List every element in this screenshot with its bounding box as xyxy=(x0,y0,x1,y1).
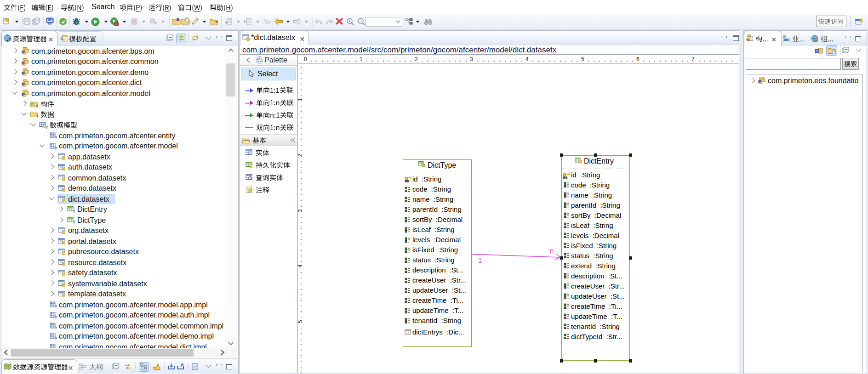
svg-text:?: ? xyxy=(73,220,75,224)
svg-text:?: ? xyxy=(55,146,57,150)
svg-text:?: ? xyxy=(73,209,75,213)
svg-text:?: ? xyxy=(55,136,57,140)
svg-text:?: ? xyxy=(55,336,57,340)
svg-text:?: ? xyxy=(55,326,57,330)
svg-text:?: ? xyxy=(55,305,57,309)
svg-text:?: ? xyxy=(55,315,57,319)
svg-text:?: ? xyxy=(36,114,39,119)
svg-text:?: ? xyxy=(36,104,39,108)
svg-text:?: ? xyxy=(46,125,48,129)
